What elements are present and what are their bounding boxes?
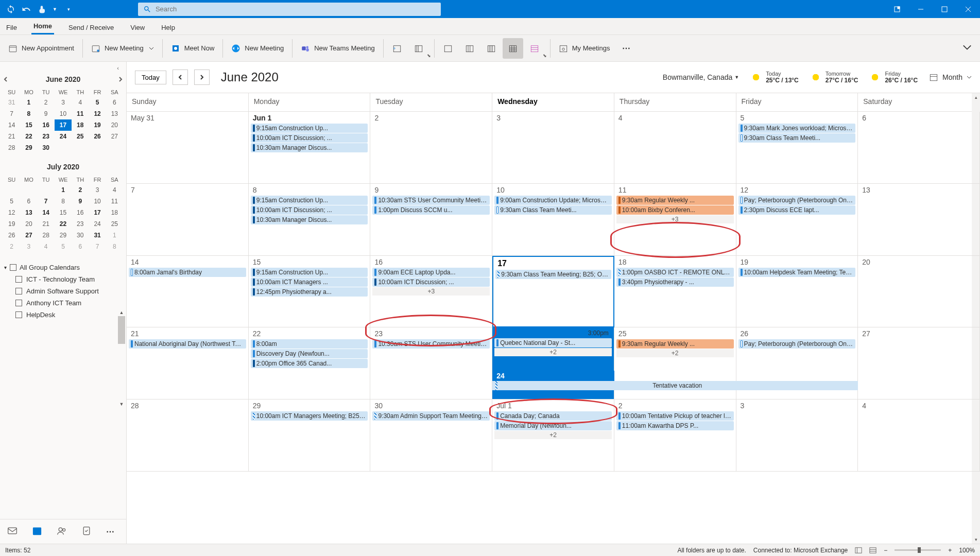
event-item[interactable]: 10:00am ICT Discussion; ... [372, 277, 490, 287]
event-item[interactable]: Pay; Peterborough (Peterborough Ontario,… [738, 339, 856, 349]
mini-day[interactable]: 20 [20, 218, 37, 230]
mini-day[interactable]: 31 [3, 97, 20, 108]
event-item[interactable]: Memorial Day (Newfoun... [494, 421, 612, 430]
view-dropdown[interactable]: Month [929, 73, 972, 82]
mini-day[interactable]: 2 [3, 241, 20, 252]
day-cell[interactable]: 28 [127, 399, 249, 472]
day-cell[interactable]: 20 [858, 256, 980, 328]
event-item[interactable]: 2:30pm Discuss ECE lapt... [738, 205, 856, 215]
next-7-days-button[interactable] [408, 38, 429, 59]
event-item[interactable]: 9:15am Construction Up... [251, 268, 368, 277]
day-view-button[interactable] [438, 38, 458, 59]
mini-day[interactable]: 23 [38, 131, 55, 142]
mini-day[interactable]: 9 [38, 108, 55, 119]
checkbox-icon[interactable] [10, 264, 16, 271]
more-nav-icon[interactable]: ⋯ [106, 527, 114, 536]
mini-day[interactable]: 17 [89, 207, 106, 218]
day-cell[interactable]: 2 [370, 112, 492, 184]
mini-day[interactable]: 4 [72, 97, 89, 108]
calendar-nav-icon[interactable] [32, 526, 42, 537]
day-cell[interactable]: 181:00pm OASBO ICT - REMOTE ONLY; OASBO … [614, 256, 736, 328]
day-cell[interactable]: 148:00am Jamal's Birthday [127, 256, 249, 328]
mini-day[interactable]: 22 [20, 131, 37, 142]
mini-day[interactable]: 8 [20, 108, 37, 119]
mini-day[interactable]: 8 [106, 241, 123, 252]
new-teams-meeting-button[interactable]: New Teams Meeting [296, 38, 380, 59]
day-cell[interactable]: 7 [127, 184, 249, 256]
schedule-view-button[interactable] [524, 38, 545, 59]
calendar-list-item[interactable]: Admin Software Support [4, 285, 122, 297]
day-cell[interactable]: 3 [492, 112, 614, 184]
next-month-icon[interactable] [118, 77, 123, 82]
mini-day[interactable]: 23 [72, 218, 89, 230]
event-item[interactable]: 9:15am Construction Up... [251, 196, 368, 205]
sync-icon[interactable] [6, 5, 15, 14]
mini-day[interactable]: 6 [20, 196, 37, 207]
mini-day[interactable]: 3 [55, 97, 72, 108]
event-item[interactable]: Pay; Peterborough (Peterborough Ontario,… [738, 196, 856, 205]
event-item[interactable]: 9:30am Admin Support Team Meeting; B25; … [372, 411, 490, 421]
zoom-out-button[interactable]: − [884, 547, 887, 554]
dialog-launcher-icon[interactable]: ⬊ [427, 53, 431, 58]
mini-day[interactable]: 18 [72, 119, 89, 131]
mini-day[interactable]: 11 [72, 108, 89, 119]
mini-day[interactable]: 6 [72, 241, 89, 252]
mini-day[interactable]: 25 [72, 131, 89, 142]
calendar-list-item[interactable]: ICT - Technology Team [4, 273, 122, 285]
mini-day[interactable] [38, 184, 55, 196]
checkbox-icon[interactable] [15, 276, 22, 283]
mini-day[interactable]: 27 [20, 230, 37, 241]
mini-day[interactable]: 2 [38, 97, 55, 108]
tab-view[interactable]: View [128, 21, 147, 34]
day-cell[interactable]: 119:30am Regular Weekly ...10:00am Bixby… [614, 184, 736, 256]
mini-day[interactable]: 15 [55, 207, 72, 218]
mini-day[interactable]: 19 [3, 218, 20, 230]
event-item[interactable]: 10:00am ICT Managers ... [251, 277, 368, 287]
new-meeting-button[interactable]: New Meeting [86, 38, 159, 59]
search-box[interactable] [138, 3, 441, 16]
mini-day[interactable]: 7 [89, 241, 106, 252]
mini-day[interactable]: 1 [106, 230, 123, 241]
event-item[interactable]: 11:00am Kawartha DPS P... [616, 421, 734, 430]
mini-day[interactable]: 16 [38, 119, 55, 131]
day-cell[interactable]: 4 [858, 399, 980, 472]
day-cell[interactable]: 1910:00am Helpdesk Team Meeting; Teams; … [736, 256, 858, 328]
goto-today-button[interactable] [387, 38, 407, 59]
zoom-in-button[interactable]: + [948, 547, 952, 554]
collapse-ribbon-icon[interactable] [962, 43, 972, 52]
mini-day[interactable]: 29 [20, 142, 37, 153]
event-item[interactable]: Discovery Day (Newfoun... [251, 349, 368, 358]
reading-view-icon[interactable] [869, 547, 876, 554]
day-cell[interactable]: Jul 1Canada Day; CanadaMemorial Day (New… [492, 399, 614, 472]
event-item[interactable]: 8:00am Jamal's Birthday [129, 268, 246, 277]
spanning-event[interactable]: Tentative vacation [492, 381, 858, 390]
event-item[interactable]: 9:30am Class Team Meeti... [738, 133, 856, 143]
mini-day[interactable]: 20 [106, 119, 123, 131]
location-dropdown[interactable]: Bowmanville, Canada ▼ [663, 73, 739, 81]
mini-day[interactable]: 14 [3, 119, 20, 131]
event-item[interactable]: 9:15am Construction Up... [251, 124, 368, 133]
mini-day[interactable]: 12 [89, 108, 106, 119]
mini-day[interactable]: 4 [106, 184, 123, 196]
my-meetings-button[interactable]: My Meetings [554, 38, 615, 59]
more-commands-button[interactable]: ⋯ [616, 38, 637, 59]
event-item[interactable]: 10:00am ICT Discussion; ... [251, 133, 368, 143]
mini-day[interactable]: 22 [55, 218, 72, 230]
mini-day[interactable]: 12 [3, 207, 20, 218]
mini-day[interactable]: 26 [89, 131, 106, 142]
mini-day[interactable]: 3 [89, 184, 106, 196]
day-cell[interactable]: 210:00am Tentative Pickup of teacher lap… [614, 399, 736, 472]
mini-day[interactable]: 24 [55, 131, 72, 142]
day-cell[interactable]: May 31 [127, 112, 249, 184]
workweek-view-button[interactable] [459, 38, 480, 59]
mini-day[interactable]: 25 [106, 218, 123, 230]
more-events-indicator[interactable]: +2 [494, 431, 612, 439]
mini-day[interactable]: 13 [106, 108, 123, 119]
mini-day[interactable]: 13 [20, 207, 37, 218]
mini-day[interactable]: 10 [89, 196, 106, 207]
event-item[interactable]: 9:30am Regular Weekly ... [616, 196, 734, 205]
event-item[interactable]: Canada Day; Canada [494, 411, 612, 421]
tab-home[interactable]: Home [31, 19, 54, 34]
mini-day[interactable]: 1 [20, 97, 37, 108]
day-cell[interactable]: 21National Aboriginal Day (Northwest Ter… [127, 327, 249, 399]
